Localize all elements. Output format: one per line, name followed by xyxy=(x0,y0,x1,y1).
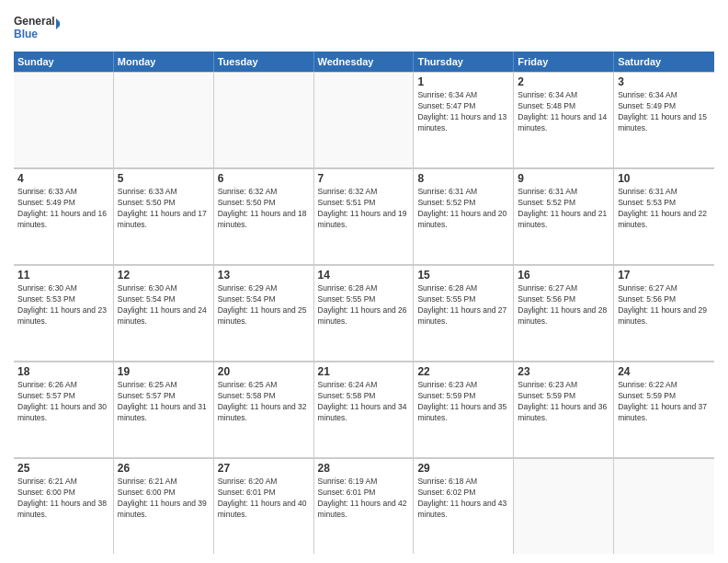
day-number: 13 xyxy=(218,269,310,282)
day-number: 4 xyxy=(17,172,109,185)
daylight-text: Daylight: 11 hours and 27 minutes. xyxy=(417,305,509,327)
week-4: 18 Sunrise: 6:26 AM Sunset: 5:57 PM Dayl… xyxy=(14,362,714,458)
sunset-text: Sunset: 5:57 PM xyxy=(118,391,210,402)
sunset-text: Sunset: 5:53 PM xyxy=(618,198,711,209)
sunrise-text: Sunrise: 6:31 AM xyxy=(618,187,711,198)
daylight-text: Daylight: 11 hours and 34 minutes. xyxy=(318,402,410,424)
sunrise-text: Sunrise: 6:24 AM xyxy=(318,380,410,391)
daylight-text: Daylight: 11 hours and 22 minutes. xyxy=(618,209,711,231)
day-cell-14: 14 Sunrise: 6:28 AM Sunset: 5:55 PM Dayl… xyxy=(314,265,415,361)
sunrise-text: Sunrise: 6:23 AM xyxy=(417,380,509,391)
empty-cell xyxy=(614,458,714,554)
sunset-text: Sunset: 5:54 PM xyxy=(218,294,310,305)
day-number: 15 xyxy=(417,269,509,282)
sunrise-text: Sunrise: 6:27 AM xyxy=(618,283,711,294)
logo: General Blue xyxy=(14,9,60,46)
daylight-text: Daylight: 11 hours and 20 minutes. xyxy=(417,209,509,231)
day-cell-13: 13 Sunrise: 6:29 AM Sunset: 5:54 PM Dayl… xyxy=(214,265,314,361)
day-number: 27 xyxy=(218,462,310,475)
daylight-text: Daylight: 11 hours and 23 minutes. xyxy=(17,305,109,327)
daylight-text: Daylight: 11 hours and 32 minutes. xyxy=(218,402,310,424)
header: General Blue xyxy=(14,9,714,46)
svg-text:Blue: Blue xyxy=(14,28,38,40)
sunset-text: Sunset: 5:58 PM xyxy=(218,391,310,402)
daylight-text: Daylight: 11 hours and 28 minutes. xyxy=(518,305,609,327)
svg-text:General: General xyxy=(14,15,55,28)
sunrise-text: Sunrise: 6:34 AM xyxy=(618,90,711,101)
empty-cell xyxy=(14,72,114,167)
sunrise-text: Sunrise: 6:20 AM xyxy=(218,477,310,488)
day-cell-11: 11 Sunrise: 6:30 AM Sunset: 5:53 PM Dayl… xyxy=(14,265,114,361)
day-number: 24 xyxy=(618,365,711,378)
day-cell-29: 29 Sunrise: 6:18 AM Sunset: 6:02 PM Dayl… xyxy=(414,458,514,554)
daylight-text: Daylight: 11 hours and 14 minutes. xyxy=(518,112,609,134)
sunrise-text: Sunrise: 6:32 AM xyxy=(318,187,410,198)
sunrise-text: Sunrise: 6:21 AM xyxy=(17,477,109,488)
daylight-text: Daylight: 11 hours and 37 minutes. xyxy=(618,402,711,424)
day-cell-4: 4 Sunrise: 6:33 AM Sunset: 5:49 PM Dayli… xyxy=(14,168,114,264)
calendar-body: 1 Sunrise: 6:34 AM Sunset: 5:47 PM Dayli… xyxy=(14,72,714,554)
daylight-text: Daylight: 11 hours and 13 minutes. xyxy=(417,112,509,134)
day-cell-27: 27 Sunrise: 6:20 AM Sunset: 6:01 PM Dayl… xyxy=(214,458,314,554)
day-number: 18 xyxy=(17,365,109,378)
sunrise-text: Sunrise: 6:34 AM xyxy=(518,90,609,101)
daylight-text: Daylight: 11 hours and 31 minutes. xyxy=(118,402,210,424)
day-number: 21 xyxy=(318,365,410,378)
day-number: 16 xyxy=(518,269,609,282)
sunset-text: Sunset: 5:50 PM xyxy=(118,198,210,209)
week-2: 4 Sunrise: 6:33 AM Sunset: 5:49 PM Dayli… xyxy=(14,168,714,265)
day-number: 26 xyxy=(118,462,210,475)
sunrise-text: Sunrise: 6:19 AM xyxy=(318,477,410,488)
sunrise-text: Sunrise: 6:34 AM xyxy=(417,90,509,101)
day-number: 22 xyxy=(417,365,509,378)
day-number: 23 xyxy=(518,365,609,378)
day-cell-7: 7 Sunrise: 6:32 AM Sunset: 5:51 PM Dayli… xyxy=(314,168,415,264)
day-number: 11 xyxy=(17,269,109,282)
week-5: 25 Sunrise: 6:21 AM Sunset: 6:00 PM Dayl… xyxy=(14,458,714,554)
sunset-text: Sunset: 5:59 PM xyxy=(417,391,509,402)
empty-cell xyxy=(214,72,314,167)
sunrise-text: Sunrise: 6:33 AM xyxy=(118,187,210,198)
sunset-text: Sunset: 5:55 PM xyxy=(417,294,509,305)
day-number: 29 xyxy=(417,462,509,475)
empty-cell xyxy=(314,72,415,167)
day-cell-18: 18 Sunrise: 6:26 AM Sunset: 5:57 PM Dayl… xyxy=(14,362,114,457)
daylight-text: Daylight: 11 hours and 25 minutes. xyxy=(218,305,310,327)
day-number: 8 xyxy=(417,172,509,185)
header-day-tuesday: Tuesday xyxy=(214,52,314,72)
day-number: 7 xyxy=(318,172,410,185)
week-1: 1 Sunrise: 6:34 AM Sunset: 5:47 PM Dayli… xyxy=(14,72,714,168)
day-cell-8: 8 Sunrise: 6:31 AM Sunset: 5:52 PM Dayli… xyxy=(414,168,514,264)
day-number: 5 xyxy=(118,172,210,185)
day-cell-16: 16 Sunrise: 6:27 AM Sunset: 5:56 PM Dayl… xyxy=(514,265,614,361)
sunrise-text: Sunrise: 6:26 AM xyxy=(17,380,109,391)
daylight-text: Daylight: 11 hours and 39 minutes. xyxy=(118,499,210,521)
day-number: 3 xyxy=(618,75,711,88)
daylight-text: Daylight: 11 hours and 35 minutes. xyxy=(417,402,509,424)
day-cell-21: 21 Sunrise: 6:24 AM Sunset: 5:58 PM Dayl… xyxy=(314,362,415,457)
sunset-text: Sunset: 5:56 PM xyxy=(618,294,711,305)
sunset-text: Sunset: 6:02 PM xyxy=(417,488,509,499)
sunset-text: Sunset: 5:50 PM xyxy=(218,198,310,209)
logo-svg: General Blue xyxy=(14,9,60,46)
day-number: 1 xyxy=(417,75,509,88)
header-day-monday: Monday xyxy=(114,52,214,72)
calendar: SundayMondayTuesdayWednesdayThursdayFrid… xyxy=(14,52,714,554)
day-cell-26: 26 Sunrise: 6:21 AM Sunset: 6:00 PM Dayl… xyxy=(114,458,214,554)
daylight-text: Daylight: 11 hours and 26 minutes. xyxy=(318,305,410,327)
calendar-header: SundayMondayTuesdayWednesdayThursdayFrid… xyxy=(14,52,714,72)
sunrise-text: Sunrise: 6:27 AM xyxy=(518,283,609,294)
sunset-text: Sunset: 5:56 PM xyxy=(518,294,609,305)
sunrise-text: Sunrise: 6:28 AM xyxy=(318,283,410,294)
sunset-text: Sunset: 5:52 PM xyxy=(518,198,609,209)
sunset-text: Sunset: 5:48 PM xyxy=(518,101,609,112)
sunset-text: Sunset: 5:58 PM xyxy=(318,391,410,402)
day-cell-15: 15 Sunrise: 6:28 AM Sunset: 5:55 PM Dayl… xyxy=(414,265,514,361)
day-cell-20: 20 Sunrise: 6:25 AM Sunset: 5:58 PM Dayl… xyxy=(214,362,314,457)
daylight-text: Daylight: 11 hours and 38 minutes. xyxy=(17,499,109,521)
sunrise-text: Sunrise: 6:21 AM xyxy=(118,477,210,488)
day-cell-22: 22 Sunrise: 6:23 AM Sunset: 5:59 PM Dayl… xyxy=(414,362,514,457)
day-number: 19 xyxy=(118,365,210,378)
sunrise-text: Sunrise: 6:29 AM xyxy=(218,283,310,294)
sunrise-text: Sunrise: 6:33 AM xyxy=(17,187,109,198)
